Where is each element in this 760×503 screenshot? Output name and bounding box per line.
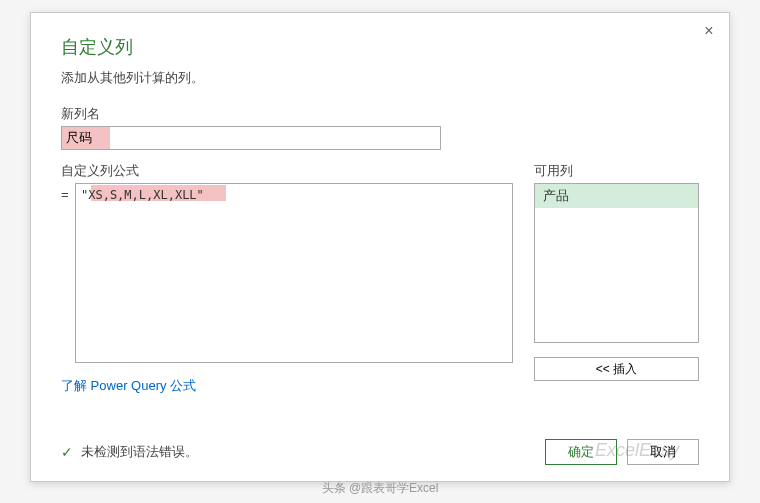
status-text: 未检测到语法错误。 — [81, 443, 198, 461]
available-label: 可用列 — [534, 162, 699, 180]
formula-input[interactable]: "XS,S,M,L,XL,XLL" — [75, 183, 513, 363]
cancel-button[interactable]: 取消 — [627, 439, 699, 465]
formula-label: 自定义列公式 — [61, 162, 516, 180]
dialog-content: 自定义列 添加从其他列计算的列。 新列名 自定义列公式 = "XS,S,M,L,… — [31, 13, 729, 413]
learn-link[interactable]: 了解 Power Query 公式 — [61, 377, 196, 395]
watermark-bottom: 头条 @跟表哥学Excel — [0, 480, 760, 497]
available-item[interactable]: 产品 — [535, 184, 698, 208]
formula-prefix: = — [61, 183, 75, 202]
newcol-label: 新列名 — [61, 105, 699, 123]
formula-container: "XS,S,M,L,XL,XLL" — [75, 183, 513, 363]
ok-button[interactable]: 确定 — [545, 439, 617, 465]
dialog-subtitle: 添加从其他列计算的列。 — [61, 69, 699, 87]
close-icon: × — [704, 22, 713, 40]
dialog-footer: ✓ 未检测到语法错误。 确定 取消 — [61, 439, 699, 465]
check-icon: ✓ — [61, 444, 73, 460]
close-button[interactable]: × — [699, 21, 719, 41]
available-columns-list[interactable]: 产品 — [534, 183, 699, 343]
insert-button[interactable]: << 插入 — [534, 357, 699, 381]
newcol-input[interactable] — [61, 126, 441, 150]
dialog-title: 自定义列 — [61, 35, 699, 59]
formula-text: "XS,S,M,L,XL,XLL" — [81, 188, 204, 202]
custom-column-dialog: × 自定义列 添加从其他列计算的列。 新列名 自定义列公式 = "XS,S,M,… — [30, 12, 730, 482]
syntax-status: ✓ 未检测到语法错误。 — [61, 443, 198, 461]
